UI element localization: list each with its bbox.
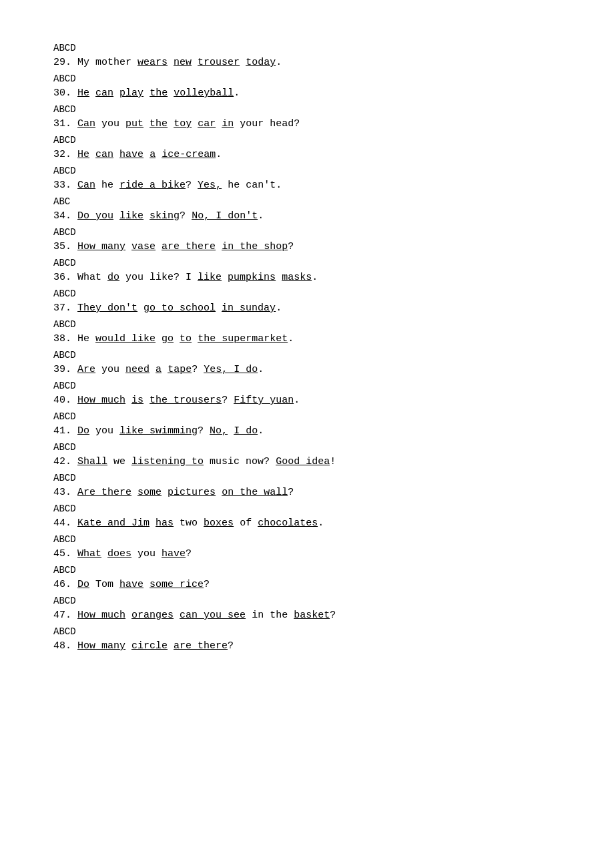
underlined-word: today [246, 57, 276, 68]
sentence-number: 31. [53, 118, 71, 130]
underlined-word: I do [234, 425, 258, 437]
underlined-word: do [107, 272, 119, 283]
underlined-word: to [180, 333, 192, 345]
answer-label: ABCD [53, 73, 561, 84]
underlined-word: go to school [143, 302, 216, 314]
underlined-word: on the wall [222, 487, 288, 498]
underlined-word: chocolates [258, 517, 318, 529]
answer-label: ABCD [53, 319, 561, 330]
underlined-word: the [149, 118, 168, 130]
underlined-word: toy [174, 118, 192, 130]
underlined-word: Shall [77, 456, 107, 467]
answer-label: ABCD [53, 503, 561, 514]
answer-label: ABCD [53, 473, 561, 483]
underlined-word: listening to [131, 456, 204, 467]
underlined-word: is [131, 395, 143, 406]
sentence-number: 30. [53, 87, 71, 99]
underlined-word: Good idea [276, 456, 330, 467]
underlined-word: are there [174, 640, 228, 652]
sentence-item: 38. He would like go to the supermarket. [53, 331, 561, 347]
underlined-word: They don't [77, 302, 137, 314]
underlined-word: How much [77, 395, 125, 406]
sentence-item: 39. Are you need a tape? Yes, I do. [53, 362, 561, 378]
underlined-word: new [174, 57, 192, 68]
sentence-number: 42. [53, 456, 71, 467]
underlined-word: No, I don't [192, 210, 258, 222]
underlined-word: circle [131, 640, 168, 652]
sentence-number: 38. [53, 333, 71, 345]
underlined-word: does [107, 548, 131, 560]
sentence-number: 45. [53, 548, 71, 560]
sentence-number: 34. [53, 210, 71, 222]
underlined-word: a [149, 149, 156, 160]
underlined-word: Do [77, 425, 89, 437]
sentence-number: 35. [53, 241, 71, 252]
answer-label: ABCD [53, 104, 561, 115]
sentence-item: 31. Can you put the toy car in your head… [53, 116, 561, 132]
sentence-item: 35. How many vase are there in the shop? [53, 239, 561, 255]
sentence-number: 33. [53, 180, 71, 191]
underlined-word: are there [162, 241, 216, 252]
sentence-item: 34. Do you like sking? No, I don't. [53, 208, 561, 224]
underlined-word: Are [77, 364, 95, 375]
underlined-word: would like [95, 333, 156, 345]
underlined-word: have [119, 149, 143, 160]
sentence-number: 47. [53, 610, 71, 621]
underlined-word: boxes [204, 517, 234, 529]
answer-label: ABCD [53, 43, 561, 53]
sentence-item: 45. What does you have? [53, 546, 561, 562]
sentence-item: 37. They don't go to school in sunday. [53, 300, 561, 316]
sentence-item: 46. Do Tom have some rice? [53, 577, 561, 593]
answer-label: ABCD [53, 534, 561, 545]
underlined-word: He [77, 87, 89, 99]
answer-label: ABCD [53, 166, 561, 176]
underlined-word: some rice [149, 579, 204, 590]
underlined-word: vase [131, 241, 156, 252]
underlined-word: can you see [180, 610, 246, 621]
underlined-word: in [222, 118, 234, 130]
underlined-word: in the shop [222, 241, 288, 252]
sentence-item: 40. How much is the trousers? Fifty yuan… [53, 393, 561, 409]
sentence-item: 47. How much oranges can you see in the … [53, 608, 561, 624]
answer-label: ABCD [53, 442, 561, 453]
underlined-word: Do you [77, 210, 113, 222]
underlined-word: Yes, [198, 180, 222, 191]
underlined-word: has [156, 517, 174, 529]
answer-label: ABCD [53, 381, 561, 391]
underlined-word: wears [137, 57, 168, 68]
underlined-word: How much [77, 610, 125, 621]
underlined-word: Yes, I do [204, 364, 258, 375]
underlined-word: What [77, 548, 101, 560]
underlined-word: in sunday [222, 302, 276, 314]
answer-label: ABCD [53, 350, 561, 361]
sentence-number: 39. [53, 364, 71, 375]
underlined-word: Can [77, 180, 95, 191]
underlined-word: pumpkins [228, 272, 276, 283]
sentence-number: 29. [53, 57, 71, 68]
underlined-word: like [198, 272, 222, 283]
underlined-word: the supermarket [198, 333, 288, 345]
underlined-word: Are there [77, 487, 131, 498]
sentence-item: 43. Are there some pictures on the wall? [53, 485, 561, 501]
answer-label: ABCD [53, 626, 561, 637]
underlined-word: trouser [198, 57, 240, 68]
underlined-word: No, [210, 425, 228, 437]
sentence-item: 41. Do you like swimming? No, I do. [53, 423, 561, 439]
underlined-word: basket [294, 610, 330, 621]
underlined-word: sking [149, 210, 180, 222]
underlined-word: the trousers [149, 395, 222, 406]
sentence-item: 48. How many circle are there? [53, 638, 561, 654]
underlined-word: oranges [131, 610, 174, 621]
sentence-item: 30. He can play the volleyball. [53, 85, 561, 101]
answer-label: ABCD [53, 227, 561, 238]
underlined-word: the [149, 87, 168, 99]
sentence-number: 36. [53, 272, 71, 283]
underlined-word: ice-cream [162, 149, 216, 160]
underlined-word: ride a bike [119, 180, 186, 191]
underlined-word: Kate and Jim [77, 517, 149, 529]
sentence-number: 32. [53, 149, 71, 160]
underlined-word: Fifty yuan [234, 395, 294, 406]
sentence-number: 43. [53, 487, 71, 498]
underlined-word: tape [168, 364, 192, 375]
answer-label: ABCD [53, 596, 561, 606]
